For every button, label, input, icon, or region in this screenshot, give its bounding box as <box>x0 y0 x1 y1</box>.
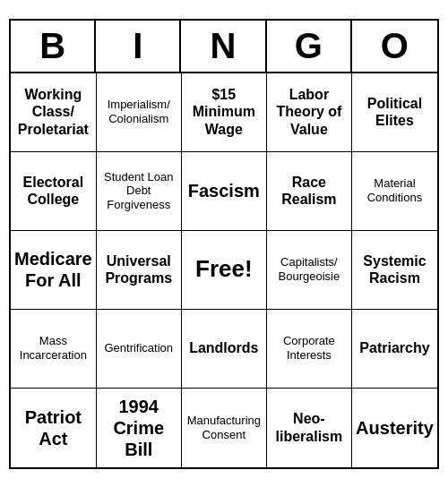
cell-label: Corporate Interests <box>271 334 348 362</box>
cell-label: 1994 Crime Bill <box>100 396 177 460</box>
bingo-cell: Manufacturing Consent <box>182 389 267 467</box>
bingo-cell: Universal Programs <box>97 231 182 310</box>
bingo-cell: Systemic Racism <box>352 231 437 310</box>
bingo-cell: Race Realism <box>267 152 352 231</box>
bingo-cell: Material Conditions <box>352 152 437 231</box>
cell-label: Patriot Act <box>14 406 92 449</box>
bingo-header: BINGO <box>11 21 437 73</box>
bingo-cell: Corporate Interests <box>267 310 352 389</box>
cell-label: Imperialism/ Colonialism <box>100 98 177 125</box>
header-letter: N <box>181 21 266 72</box>
cell-label: Working Class/ Proletariat <box>14 86 92 138</box>
bingo-cell: Free! <box>182 231 267 310</box>
cell-label: Race Realism <box>271 174 348 208</box>
bingo-cell: Gentrification <box>97 310 182 389</box>
cell-label: Political Elites <box>356 95 434 129</box>
cell-label: Labor Theory of Value <box>271 86 348 138</box>
cell-label: Capitalists/ Bourgeoisie <box>271 255 348 283</box>
cell-label: Systemic Racism <box>356 252 434 286</box>
cell-label: Student Loan Debt Forgiveness <box>100 170 177 212</box>
cell-label: Electoral College <box>14 174 92 208</box>
bingo-card: BINGO Working Class/ ProletariatImperial… <box>9 19 439 469</box>
bingo-cell: Student Loan Debt Forgiveness <box>97 152 182 231</box>
cell-label: Gentrification <box>104 341 173 355</box>
header-letter: O <box>352 21 437 72</box>
cell-label: Medicare For All <box>14 248 92 291</box>
bingo-cell: Patriarchy <box>352 310 437 389</box>
bingo-cell: Electoral College <box>11 152 97 231</box>
cell-label: Mass Incarceration <box>14 334 92 362</box>
bingo-cell: Mass Incarceration <box>11 310 97 389</box>
cell-label: Neo-liberalism <box>271 410 348 444</box>
bingo-cell: Working Class/ Proletariat <box>11 73 97 152</box>
header-letter: I <box>96 21 181 72</box>
cell-label: $15 Minimum Wage <box>185 86 263 138</box>
bingo-cell: Neo-liberalism <box>267 389 352 467</box>
bingo-cell: Political Elites <box>352 73 437 152</box>
bingo-cell: $15 Minimum Wage <box>182 73 267 152</box>
bingo-cell: Imperialism/ Colonialism <box>97 73 182 152</box>
cell-label: Manufacturing Consent <box>185 414 263 441</box>
bingo-cell: Capitalists/ Bourgeoisie <box>267 231 352 310</box>
cell-label: Landlords <box>189 339 258 356</box>
header-letter: G <box>267 21 352 72</box>
cell-label: Free! <box>195 255 253 283</box>
bingo-grid: Working Class/ ProletariatImperialism/ C… <box>11 73 437 467</box>
bingo-cell: Fascism <box>182 152 267 231</box>
bingo-cell: Austerity <box>352 389 437 467</box>
cell-label: Austerity <box>356 417 434 439</box>
cell-label: Material Conditions <box>356 176 434 204</box>
cell-label: Fascism <box>188 180 260 201</box>
bingo-cell: Patriot Act <box>11 389 97 467</box>
bingo-cell: 1994 Crime Bill <box>97 389 182 467</box>
bingo-cell: Landlords <box>182 310 267 389</box>
bingo-cell: Labor Theory of Value <box>267 73 352 152</box>
header-letter: B <box>11 21 96 72</box>
bingo-cell: Medicare For All <box>11 231 97 310</box>
cell-label: Universal Programs <box>100 252 177 286</box>
cell-label: Patriarchy <box>359 339 429 356</box>
